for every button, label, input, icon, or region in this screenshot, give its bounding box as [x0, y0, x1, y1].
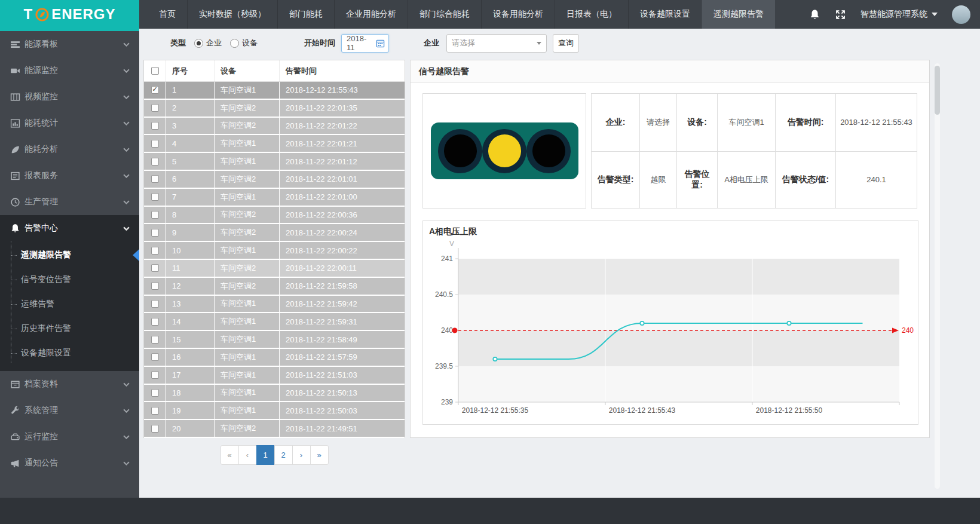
cell-device: 车间空调1: [215, 242, 280, 259]
alarm-detail-row: 企业: 请选择 设备: 车间空调1 告警时间: 2018-12-12 21:55…: [422, 93, 917, 209]
query-button[interactable]: 查询: [553, 34, 579, 53]
table-row[interactable]: 13 车间空调1 2018-11-22 21:59:42: [144, 296, 405, 314]
cell-index: 15: [166, 331, 215, 348]
table-row[interactable]: 9 车间空调2 2018-11-22 22:00:24: [144, 224, 405, 242]
sidebar-item-video-monitor[interactable]: 视频监控: [0, 84, 139, 110]
submenu-item-history-event-alarm[interactable]: 历史事件告警: [0, 316, 139, 341]
sidebar-item-production-management[interactable]: 生产管理: [0, 189, 139, 215]
cell-alarm-time: 2018-11-22 21:59:42: [280, 296, 405, 312]
sidebar: 能源看板 能源监控 视频监控 能耗统计: [0, 29, 139, 498]
row-checkbox[interactable]: [151, 389, 159, 397]
table-row[interactable]: 2 车间空调2 2018-11-22 22:01:35: [144, 100, 405, 118]
alarm-table-header: 序号 设备 告警时间: [144, 60, 405, 82]
page-next-button[interactable]: ›: [292, 445, 311, 465]
bell-icon[interactable]: [809, 9, 820, 20]
table-row[interactable]: 10 车间空调1 2018-11-22 22:00:22: [144, 242, 405, 260]
sidebar-item-notice[interactable]: 通知公告: [0, 450, 139, 476]
row-checkbox[interactable]: [151, 282, 159, 290]
select-all-checkbox[interactable]: [151, 67, 159, 75]
row-checkbox[interactable]: [151, 193, 159, 201]
row-checkbox[interactable]: [151, 264, 159, 272]
radio-icon[interactable]: [194, 39, 203, 48]
nav-item-dept-comprehensive[interactable]: 部门综合能耗: [408, 0, 481, 29]
page-prev-button[interactable]: ‹: [238, 445, 257, 465]
row-checkbox[interactable]: [151, 300, 159, 308]
page-first-button[interactable]: «: [220, 445, 239, 465]
table-row[interactable]: 4 车间空调1 2018-11-22 22:01:21: [144, 135, 405, 153]
page-2-button[interactable]: 2: [274, 445, 293, 465]
bar-chart-icon: [10, 118, 20, 128]
user-avatar[interactable]: [952, 5, 970, 24]
table-row[interactable]: 11 车间空调2 2018-11-22 22:00:11: [144, 260, 405, 278]
nav-item-home[interactable]: 首页: [148, 0, 187, 29]
table-row[interactable]: 14 车间空调1 2018-11-22 21:59:31: [144, 313, 405, 331]
nav-item-telemetry-alarm[interactable]: 遥测越限告警: [702, 0, 775, 29]
nav-item-realtime-data[interactable]: 实时数据（秒级）: [187, 0, 277, 29]
row-checkbox[interactable]: [151, 229, 159, 237]
sidebar-item-operation-monitor[interactable]: 运行监控: [0, 424, 139, 450]
nav-item-dept-energy[interactable]: 部门能耗: [277, 0, 334, 29]
table-row[interactable]: 18 车间空调1 2018-11-22 21:50:13: [144, 385, 405, 403]
sidebar-item-energy-analysis[interactable]: 能耗分析: [0, 136, 139, 163]
submenu-item-telemetry-limit-alarm[interactable]: 遥测越限告警: [0, 243, 139, 267]
table-row[interactable]: 17 车间空调1 2018-11-22 21:51:03: [144, 367, 405, 385]
row-checkbox[interactable]: [151, 425, 159, 433]
table-row[interactable]: 7 车间空调1 2018-11-22 22:01:00: [144, 189, 405, 207]
vertical-scrollbar[interactable]: [935, 63, 940, 489]
sidebar-item-energy-monitor[interactable]: 能源监控: [0, 57, 139, 84]
scrollbar-thumb[interactable]: [935, 66, 940, 115]
row-checkbox[interactable]: [151, 336, 159, 344]
sidebar-item-system-management[interactable]: 系统管理: [0, 397, 139, 424]
cell-alarm-time: 2018-11-22 22:01:01: [280, 171, 405, 188]
nav-item-daily-report[interactable]: 日报表（电）: [555, 0, 628, 29]
table-row[interactable]: 8 车间空调2 2018-11-22 22:00:36: [144, 207, 405, 225]
table-row[interactable]: 3 车间空调2 2018-11-22 22:01:22: [144, 118, 405, 136]
row-checkbox[interactable]: [151, 407, 159, 415]
row-checkbox[interactable]: [151, 140, 159, 148]
table-row[interactable]: 19 车间空调1 2018-11-22 21:50:03: [144, 402, 405, 420]
submenu-item-ops-alarm[interactable]: 运维告警: [0, 292, 139, 316]
row-checkbox[interactable]: [151, 86, 159, 94]
system-switcher[interactable]: 智慧能源管理系统: [860, 9, 938, 20]
nav-item-device-limit-setting[interactable]: 设备越限设置: [628, 0, 702, 29]
cell-alarm-time: 2018-12-12 21:55:43: [280, 82, 405, 99]
row-checkbox[interactable]: [151, 175, 159, 183]
radio-option-device[interactable]: 设备: [230, 38, 258, 48]
radio-icon[interactable]: [230, 39, 239, 48]
sidebar-item-report-service[interactable]: 报表服务: [0, 163, 139, 189]
table-row[interactable]: 6 车间空调2 2018-11-22 22:01:01: [144, 171, 405, 189]
enterprise-select[interactable]: 请选择: [446, 34, 547, 53]
table-row[interactable]: 20 车间空调2 2018-11-22 21:49:51: [144, 420, 405, 438]
nav-item-enterprise-analysis[interactable]: 企业用能分析: [334, 0, 408, 29]
nav-item-device-analysis[interactable]: 设备用能分析: [481, 0, 555, 29]
row-checkbox[interactable]: [151, 104, 159, 112]
page-1-button[interactable]: 1: [256, 445, 275, 465]
row-checkbox-cell: [144, 331, 166, 348]
start-time-input[interactable]: 2018-11: [341, 34, 389, 53]
row-checkbox[interactable]: [151, 158, 159, 166]
table-row[interactable]: 15 车间空调1 2018-11-22 21:58:49: [144, 331, 405, 349]
row-checkbox[interactable]: [151, 371, 159, 379]
row-checkbox[interactable]: [151, 122, 159, 130]
radio-option-enterprise[interactable]: 企业: [194, 38, 222, 48]
row-checkbox[interactable]: [151, 353, 159, 361]
calendar-icon[interactable]: [376, 39, 385, 48]
cell-index: 6: [166, 171, 215, 188]
cell-device: 车间空调2: [215, 207, 280, 223]
table-row[interactable]: 1 车间空调1 2018-12-12 21:55:43: [144, 82, 405, 100]
submenu-item-signal-change-alarm[interactable]: 信号变位告警: [0, 267, 139, 292]
row-checkbox[interactable]: [151, 211, 159, 219]
sidebar-item-alarm-center[interactable]: 告警中心: [0, 215, 139, 241]
table-row[interactable]: 16 车间空调1 2018-11-22 21:57:59: [144, 349, 405, 367]
cell-alarm-time: 2018-11-22 22:00:11: [280, 260, 405, 277]
sidebar-item-energy-statistics[interactable]: 能耗统计: [0, 110, 139, 136]
row-checkbox[interactable]: [151, 247, 159, 255]
page-last-button[interactable]: »: [310, 445, 329, 465]
table-row[interactable]: 12 车间空调2 2018-11-22 21:59:58: [144, 278, 405, 296]
submenu-item-device-limit-setting[interactable]: 设备越限设置: [0, 341, 139, 365]
sidebar-item-energy-dashboard[interactable]: 能源看板: [0, 31, 139, 57]
fullscreen-icon[interactable]: [835, 9, 846, 20]
row-checkbox[interactable]: [151, 318, 159, 326]
table-row[interactable]: 5 车间空调1 2018-11-22 22:01:12: [144, 153, 405, 171]
sidebar-item-archive[interactable]: 档案资料: [0, 371, 139, 397]
